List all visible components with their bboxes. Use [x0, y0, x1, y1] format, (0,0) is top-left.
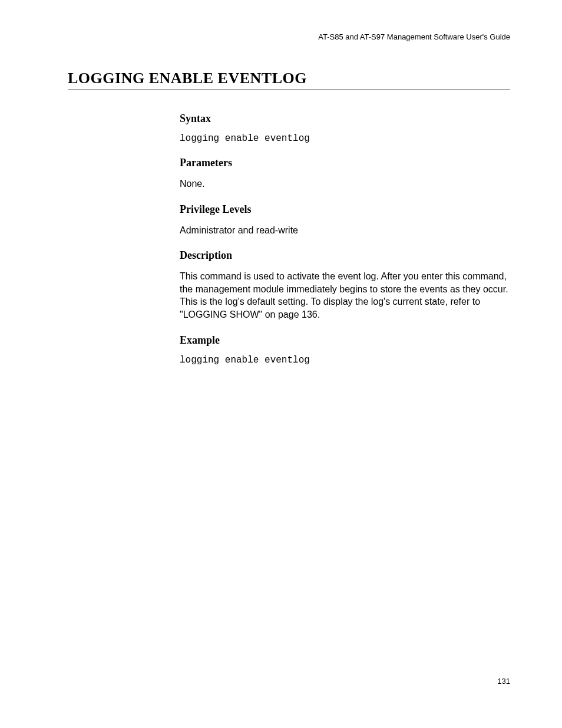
- description-heading: Description: [180, 249, 510, 262]
- parameters-content: None.: [180, 177, 510, 190]
- privilege-heading: Privilege Levels: [180, 203, 510, 216]
- privilege-content: Administrator and read-write: [180, 224, 510, 237]
- document-page: AT-S85 and AT-S97 Management Software Us…: [0, 0, 562, 728]
- syntax-heading: Syntax: [180, 113, 510, 125]
- example-heading: Example: [180, 334, 510, 347]
- page-header: AT-S85 and AT-S97 Management Software Us…: [68, 32, 510, 41]
- description-content: This command is used to activate the eve…: [180, 270, 510, 321]
- content-area: Syntax logging enable eventlog Parameter…: [180, 113, 510, 365]
- command-title: LOGGING ENABLE EVENTLOG: [68, 70, 510, 90]
- syntax-content: logging enable eventlog: [180, 133, 510, 144]
- parameters-heading: Parameters: [180, 157, 510, 169]
- page-number: 131: [497, 677, 510, 686]
- example-content: logging enable eventlog: [180, 355, 510, 365]
